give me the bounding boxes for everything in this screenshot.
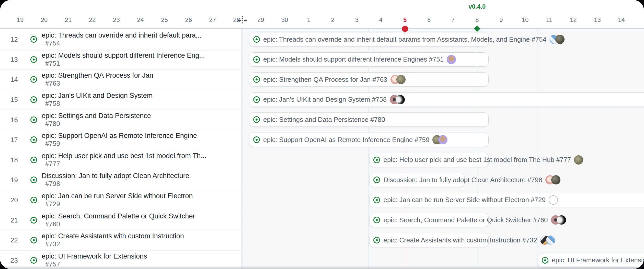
day-label: 30 <box>281 16 288 24</box>
open-issue-icon <box>30 76 37 83</box>
day-label: 29 <box>257 16 264 24</box>
open-issue-icon <box>30 36 37 43</box>
day-label: 19 <box>17 16 24 24</box>
table-row[interactable]: 15epic: Jan's UIKit and Design System#75… <box>0 90 241 110</box>
issue-title[interactable]: epic: Jan can be run Server Side without… <box>42 192 193 200</box>
row-number: 15 <box>4 96 18 104</box>
timeline-bar[interactable] <box>249 72 489 87</box>
row-number: 22 <box>4 236 18 244</box>
day-label: 11 <box>546 16 553 24</box>
timeline-bar[interactable] <box>369 193 644 207</box>
day-label: 21 <box>65 16 72 24</box>
table-row[interactable]: 21epic: Search, Command Palette or Quick… <box>0 210 241 230</box>
issue-number: #729 <box>45 200 60 208</box>
issue-number: #780 <box>45 120 60 127</box>
bottom-edge-shadow <box>0 266 644 269</box>
day-label: 24 <box>137 16 144 24</box>
day-label: 2 <box>331 16 335 24</box>
row-number: 23 <box>4 256 18 264</box>
resize-arrows-icon <box>237 16 248 25</box>
open-issue-icon <box>30 197 37 203</box>
date-header: v0.4.0 192021222324252627282930123456789… <box>0 0 644 28</box>
header-border <box>0 28 644 29</box>
issue-title-group: epic: Jan's UIKit and Design System#758 <box>42 92 153 108</box>
issue-title[interactable]: epic: Models should support different In… <box>42 52 205 60</box>
issue-title-group: epic: Threads can override and inherit d… <box>42 31 201 47</box>
issue-title-group: epic: Settings and Data Persistence#780 <box>42 112 151 128</box>
issue-title[interactable]: epic: Search, Command Palette or Quick S… <box>42 212 195 220</box>
day-label: 20 <box>41 16 48 24</box>
table-row[interactable]: 22epic: Create Assistants with custom In… <box>0 230 241 250</box>
timeline-bar[interactable] <box>249 32 489 46</box>
issue-title[interactable]: epic: Threads can override and inherit d… <box>42 31 201 39</box>
timeline-bar[interactable] <box>369 213 489 227</box>
issue-number: #763 <box>45 79 60 87</box>
today-marker-icon <box>402 26 408 32</box>
open-issue-icon <box>30 56 37 63</box>
timeline-bar[interactable] <box>249 133 489 147</box>
week-gridline <box>537 29 537 269</box>
open-issue-icon <box>30 177 37 183</box>
timeline-bar[interactable] <box>249 92 644 107</box>
header-inner-border <box>0 30 644 30</box>
milestone-label[interactable]: v0.4.0 <box>469 3 486 10</box>
timeline-bar[interactable] <box>369 233 489 247</box>
timeline-bar[interactable] <box>249 112 489 127</box>
issue-title[interactable]: epic: Create Assistants with custom Inst… <box>42 232 184 240</box>
issue-number: #777 <box>45 160 60 168</box>
table-row[interactable]: 14epic: Strengthen QA Process for Jan#76… <box>0 69 241 90</box>
issue-number: #732 <box>45 240 60 248</box>
issue-title[interactable]: epic: Settings and Data Persistence <box>42 112 151 120</box>
day-label: 9 <box>499 16 503 24</box>
issue-title-group: epic: Support OpenAI as Remote Inference… <box>42 132 197 148</box>
table-row[interactable]: 17epic: Support OpenAI as Remote Inferen… <box>0 130 241 150</box>
issue-title[interactable]: epic: Strengthen QA Process for Jan <box>42 72 153 79</box>
row-number: 17 <box>4 136 18 144</box>
issue-number: #798 <box>45 180 60 188</box>
issue-title[interactable]: epic: Jan's UIKit and Design System <box>42 92 153 100</box>
day-label: 14 <box>618 16 625 24</box>
issue-title-group: epic: Help user pick and use best 1st mo… <box>42 152 206 168</box>
day-label: 26 <box>185 16 192 24</box>
issue-title[interactable]: epic: Help user pick and use best 1st mo… <box>42 152 206 160</box>
day-label: 27 <box>209 16 216 24</box>
table-row[interactable]: 16epic: Settings and Data Persistence#78… <box>0 110 241 130</box>
day-label: 6 <box>427 16 431 24</box>
row-number: 13 <box>4 55 18 63</box>
issue-title-group: epic: Jan can be run Server Side without… <box>42 192 193 208</box>
column-resize-handle[interactable] <box>237 16 248 26</box>
roadmap-screenshot: v0.4.0 192021222324252627282930123456789… <box>0 0 644 269</box>
issue-number: #759 <box>45 140 60 147</box>
issue-title-group: epic: Strengthen QA Process for Jan#763 <box>42 72 153 87</box>
timeline-bar[interactable] <box>369 173 464 187</box>
row-number: 20 <box>4 196 18 204</box>
open-issue-icon <box>30 116 37 123</box>
open-issue-icon <box>30 237 37 243</box>
table-row[interactable]: 12epic: Threads can override and inherit… <box>0 29 241 50</box>
day-label: 10 <box>522 16 529 24</box>
timeline-bar[interactable] <box>369 153 489 167</box>
table-row[interactable]: 18epic: Help user pick and use best 1st … <box>0 150 241 170</box>
table-row[interactable]: 13epic: Models should support different … <box>0 50 241 70</box>
issue-number: #760 <box>45 220 60 228</box>
app-window: v0.4.0 192021222324252627282930123456789… <box>0 0 644 269</box>
issue-title-group: epic: Search, Command Palette or Quick S… <box>42 212 195 228</box>
day-label: 7 <box>451 16 455 24</box>
issue-title-group: Discussion: Jan to fully adopt Clean Arc… <box>42 172 189 188</box>
day-label-today: 5 <box>403 16 407 24</box>
issue-title[interactable]: epic: UI Framework for Extensions <box>42 252 147 260</box>
table-row[interactable]: 20epic: Jan can be run Server Side witho… <box>0 190 241 210</box>
day-label: 25 <box>161 16 168 24</box>
issue-number: #758 <box>45 100 60 107</box>
day-label: 3 <box>355 16 359 24</box>
day-label: 4 <box>379 16 383 24</box>
timeline-bar[interactable] <box>249 52 489 67</box>
timeline-bar[interactable] <box>538 253 644 267</box>
table-row[interactable]: 19Discussion: Jan to fully adopt Clean A… <box>0 170 241 190</box>
row-number: 14 <box>4 76 18 84</box>
day-label: 13 <box>594 16 601 24</box>
issue-title[interactable]: epic: Support OpenAI as Remote Inference… <box>42 132 197 140</box>
open-issue-icon <box>30 217 37 224</box>
row-number: 19 <box>4 176 18 184</box>
issue-title[interactable]: Discussion: Jan to fully adopt Clean Arc… <box>42 172 189 180</box>
